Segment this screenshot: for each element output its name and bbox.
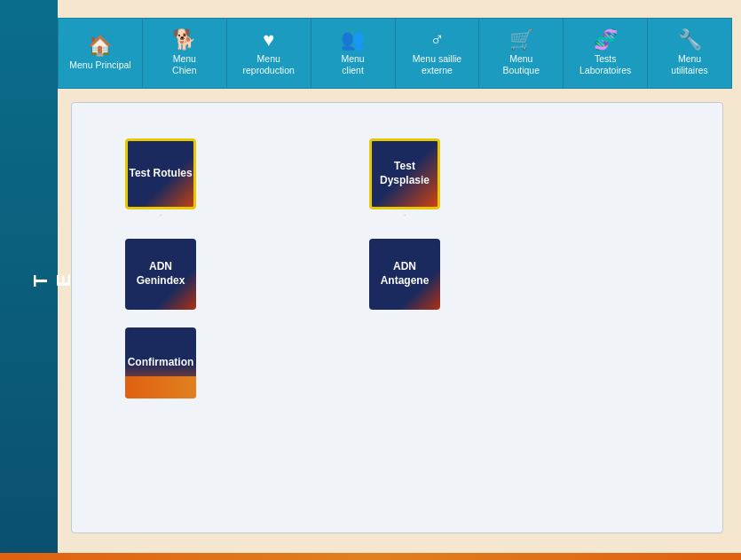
dot-rotules: ·	[158, 209, 163, 221]
cell-dysplasie: TestDysplasie ·	[369, 138, 440, 221]
main-content: Test Rotules · TestDysplasie · ADNGenind…	[71, 102, 723, 533]
button-row-3: Confirmation	[125, 327, 669, 398]
btn-confirmation-label: Confirmation	[128, 356, 194, 370]
people-icon: 👥	[341, 30, 365, 50]
cart-icon: 🛒	[509, 30, 533, 50]
dna-icon: 🧬	[594, 30, 618, 50]
cell-rotules: Test Rotules ·	[125, 138, 196, 221]
nav-menu-reproduction[interactable]: ♥ Menureproduction	[227, 19, 311, 88]
button-row-2: ADNGenindex ADNAntagene	[125, 239, 669, 310]
btn-antagene-label: ADNAntagene	[381, 260, 430, 288]
navbar: 🏠 Menu Principal 🐕 MenuChien ♥ Menurepro…	[58, 18, 732, 89]
nav-label-laboratoires: TestsLaboratoires	[579, 53, 631, 75]
nav-menu-chien[interactable]: 🐕 MenuChien	[143, 19, 227, 88]
nav-menu-utilitaires[interactable]: 🔧 Menuutilitaires	[648, 19, 731, 88]
nav-label-client: Menuclient	[341, 53, 364, 75]
buttons-container: Test Rotules · TestDysplasie · ADNGenind…	[90, 121, 705, 425]
cell-confirmation: Confirmation	[125, 327, 196, 398]
bottom-bar	[0, 553, 741, 560]
btn-dysplasie-label: TestDysplasie	[380, 160, 430, 187]
heart-icon: ♥	[263, 30, 274, 50]
btn-adn-genindex[interactable]: ADNGenindex	[125, 239, 196, 310]
button-row-1: Test Rotules · TestDysplasie ·	[125, 138, 669, 221]
male-icon: ♂	[430, 30, 445, 50]
cell-antagene: ADNAntagene	[369, 239, 440, 310]
tools-icon: 🔧	[678, 30, 702, 50]
nav-label-reproduction: Menureproduction	[243, 53, 295, 75]
btn-genindex-label: ADNGenindex	[137, 260, 185, 288]
btn-adn-antagene[interactable]: ADNAntagene	[369, 239, 440, 310]
nav-label-principal: Menu Principal	[69, 59, 130, 71]
nav-label-utilitaires: Menuutilitaires	[671, 53, 707, 75]
btn-test-rotules[interactable]: Test Rotules	[125, 138, 196, 209]
home-icon: 🏠	[88, 36, 112, 56]
nav-label-boutique: MenuBoutique	[503, 53, 540, 75]
dog-icon: 🐕	[172, 30, 196, 50]
nav-menu-saillie-externe[interactable]: ♂ Menu saillieexterne	[396, 19, 480, 88]
cell-genindex: ADNGenindex	[125, 239, 196, 310]
nav-tests-laboratoires[interactable]: 🧬 TestsLaboratoires	[564, 19, 648, 88]
nav-label-saillie: Menu saillieexterne	[413, 53, 461, 75]
btn-rotules-label: Test Rotules	[129, 167, 192, 181]
nav-menu-client[interactable]: 👥 Menuclient	[311, 19, 396, 88]
nav-menu-principal[interactable]: 🏠 Menu Principal	[59, 19, 143, 88]
sidebar: MENUTESTS	[0, 0, 58, 560]
dot-dysplasie: ·	[402, 209, 407, 221]
btn-test-dysplasie[interactable]: TestDysplasie	[369, 138, 440, 209]
btn-confirmation[interactable]: Confirmation	[125, 327, 196, 398]
nav-menu-boutique[interactable]: 🛒 MenuBoutique	[479, 19, 564, 88]
nav-label-chien: MenuChien	[172, 53, 196, 75]
